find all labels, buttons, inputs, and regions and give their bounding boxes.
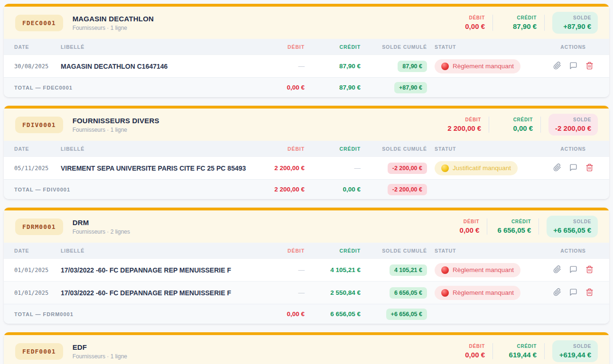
entry-credit: — (305, 164, 361, 172)
account-identity: FDIV0001FOURNISSEURS DIVERSFournisseurs … (15, 117, 159, 133)
delete-button[interactable] (584, 162, 595, 175)
account-header[interactable]: FDIV0001FOURNISSEURS DIVERSFournisseurs … (4, 109, 609, 141)
ledger-row: 01/01/202517/03/2022 -60- FC DEPANNAGE R… (4, 258, 609, 281)
cumulative-balance-badge: 4 105,21 € (390, 264, 427, 276)
comment-bubble-icon (569, 288, 577, 298)
account-card: FDEC0001MAGASIN DECATHLONFournisseurs · … (4, 4, 609, 97)
summary-divider (540, 117, 541, 133)
total-label: TOTAL — FDEC0001 (14, 85, 253, 91)
summary-balance-value: +87,90 € (559, 22, 591, 30)
account-code-badge: FDEC0001 (15, 15, 63, 31)
account-subtitle: Fournisseurs · 2 lignes (73, 228, 130, 235)
entry-balance-cell: -2 200,00 € (361, 163, 427, 174)
delete-button[interactable] (584, 286, 595, 300)
summary-balance-value: +6 656,05 € (553, 226, 591, 234)
account-card: FDRM0001DRMFournisseurs · 2 lignesDÉBIT0… (4, 208, 609, 324)
comment-bubble-icon (569, 62, 577, 71)
total-balance-cell: +6 656,05 € (361, 309, 427, 320)
paperclip-icon (553, 288, 561, 298)
accounts-list: FDEC0001MAGASIN DECATHLONFournisseurs · … (4, 4, 609, 364)
total-row: TOTAL — FDEC00010,00 €87,90 €+87,90 € (4, 77, 609, 97)
column-header-debit: DÉBIT (253, 248, 305, 254)
account-code-badge: FDRM0001 (15, 218, 63, 235)
column-header-credit: CRÉDIT (305, 44, 361, 50)
total-debit: 0,00 € (253, 310, 305, 318)
attach-button[interactable] (551, 60, 563, 73)
total-label: TOTAL — FDIV0001 (14, 187, 253, 192)
summary-credit-label: CRÉDIT (497, 117, 533, 122)
account-title-block: EDFFournisseurs · 1 ligne (73, 343, 127, 360)
column-header-balance: SOLDE CUMULÉ (361, 44, 427, 50)
paperclip-icon (553, 164, 561, 173)
entry-label: MAGASIN DECATHLON C1647146 (61, 63, 253, 70)
summary-debit: DÉBIT0,00 € (443, 219, 479, 234)
status-label: Règlement manquant (453, 266, 514, 273)
summary-balance-label: SOLDE (559, 344, 591, 349)
column-header-actions: ACTIONS (547, 248, 600, 254)
entry-actions (547, 264, 600, 277)
column-header-debit: DÉBIT (253, 146, 305, 152)
summary-balance-box: SOLDE+619,44 € (552, 340, 598, 362)
summary-debit: DÉBIT0,00 € (449, 344, 485, 359)
account-name: MAGASIN DECATHLON (73, 15, 154, 23)
account-summary: DÉBIT0,00 €CRÉDIT87,90 €SOLDE+87,90 € (449, 12, 598, 34)
status-dot-icon (441, 289, 449, 297)
total-credit: 87,90 € (305, 84, 361, 91)
summary-divider (492, 343, 493, 359)
summary-balance-box: SOLDE+6 656,05 € (547, 216, 598, 237)
status-badge: Règlement manquant (435, 263, 520, 277)
delete-button[interactable] (584, 60, 595, 73)
entry-date: 01/01/2025 (14, 290, 61, 296)
account-header[interactable]: FEDF0001EDFFournisseurs · 1 ligneDÉBIT0,… (4, 335, 609, 364)
entry-date: 05/11/2025 (14, 165, 61, 172)
total-balance-badge: +6 656,05 € (386, 309, 427, 320)
total-balance-badge: +87,90 € (394, 82, 427, 93)
status-dot-icon (441, 63, 449, 70)
attach-button[interactable] (551, 162, 563, 175)
summary-divider (492, 15, 493, 31)
entry-balance-cell: 6 656,05 € (361, 287, 427, 299)
account-header[interactable]: FDEC0001MAGASIN DECATHLONFournisseurs · … (4, 7, 609, 39)
entry-status-cell: Règlement manquant (427, 286, 547, 300)
entry-credit: 4 105,21 € (305, 266, 361, 273)
entry-debit: — (253, 266, 305, 273)
attach-button[interactable] (551, 264, 563, 277)
summary-debit-label: DÉBIT (445, 117, 481, 122)
status-badge: Justificatif manquant (435, 161, 518, 175)
comment-button[interactable] (567, 286, 579, 300)
entry-label: VIREMENT SEPA UNIVERSITE PARIS CITE FC 2… (61, 164, 253, 172)
account-header[interactable]: FDRM0001DRMFournisseurs · 2 lignesDÉBIT0… (4, 210, 609, 243)
status-badge: Règlement manquant (435, 286, 520, 300)
column-header-date: DATE (14, 44, 61, 50)
attach-button[interactable] (551, 286, 563, 300)
entry-status-cell: Règlement manquant (427, 263, 547, 277)
account-summary: DÉBIT0,00 €CRÉDIT6 656,05 €SOLDE+6 656,0… (443, 216, 598, 237)
summary-credit: CRÉDIT0,00 € (497, 117, 533, 132)
entry-label: 17/03/2022 -60- FC DEPANNAGE REP MENUISS… (61, 289, 253, 297)
total-debit: 2 200,00 € (253, 186, 305, 193)
entry-status-cell: Justificatif manquant (427, 161, 547, 175)
entry-date: 30/08/2025 (14, 63, 61, 70)
account-name: FOURNISSEURS DIVERS (73, 117, 159, 125)
entry-status-cell: Règlement manquant (427, 59, 547, 73)
column-header-balance: SOLDE CUMULÉ (361, 248, 427, 254)
column-header-credit: CRÉDIT (305, 146, 361, 152)
column-header-label: LIBELLÉ (61, 44, 253, 50)
summary-debit: DÉBIT0,00 € (449, 15, 485, 30)
comment-button[interactable] (567, 264, 579, 277)
account-code-badge: FEDF0001 (15, 343, 63, 360)
entry-actions (547, 60, 600, 73)
entry-actions (547, 286, 600, 300)
summary-balance-box: SOLDE+87,90 € (552, 12, 598, 34)
paperclip-icon (553, 62, 561, 71)
status-label: Règlement manquant (453, 63, 514, 70)
comment-button[interactable] (567, 60, 579, 73)
comment-button[interactable] (567, 162, 579, 175)
total-row: TOTAL — FDRM00010,00 €6 656,05 €+6 656,0… (4, 304, 609, 324)
summary-credit-label: CRÉDIT (501, 15, 537, 20)
delete-button[interactable] (584, 264, 595, 277)
entry-credit: 2 550,84 € (305, 289, 361, 296)
column-header-actions: ACTIONS (547, 44, 600, 50)
summary-debit-value: 0,00 € (449, 22, 485, 30)
cumulative-balance-badge: -2 200,00 € (388, 163, 427, 174)
